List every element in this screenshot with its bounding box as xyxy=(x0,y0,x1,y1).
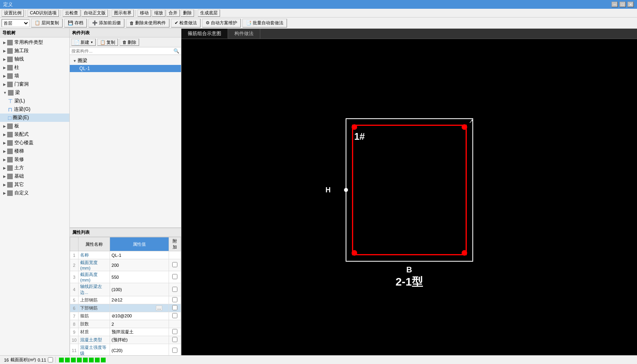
indicator-6 xyxy=(89,358,94,362)
custom-icon xyxy=(7,190,13,196)
delete-unused-button[interactable]: 🗑 删除未使用构件 xyxy=(126,19,169,27)
sidebar-item-hollow-floor[interactable]: ▶ 空心楼盖 xyxy=(0,139,69,147)
save-button[interactable]: 💾 存档 xyxy=(64,19,87,27)
sidebar-item-beam-l[interactable]: ⊤ 梁(L) xyxy=(0,97,69,105)
table-row[interactable]: 6下部钢筋… xyxy=(70,304,181,312)
sidebar-item-custom[interactable]: ▶ 自定义 xyxy=(0,189,69,197)
other-icon xyxy=(7,182,13,188)
sidebar-item-finish[interactable]: ▶ 装修 xyxy=(0,155,69,164)
beam-inner-border: ↗ xyxy=(352,125,467,255)
indicator-4 xyxy=(77,358,82,362)
minimize-button[interactable]: ─ xyxy=(611,2,618,7)
new-component-button[interactable]: 📄 新建 xyxy=(71,39,96,46)
indicator-8 xyxy=(101,358,106,362)
delete-component-button[interactable]: 🗑 删除 xyxy=(120,39,139,46)
component-list-title: 构件列表 xyxy=(70,29,181,37)
toolbar-btn-auto-text[interactable]: 自动正文版 xyxy=(81,10,108,17)
toolbar-btn-move[interactable]: 移动 xyxy=(138,10,151,17)
toolbar-btn-fig[interactable]: 图示有界 xyxy=(112,10,134,17)
table-row[interactable]: 5上部钢筋2⊘12 xyxy=(70,296,181,304)
auto-icon: ⚙ xyxy=(206,20,210,25)
corner-mark-tr: ↗ xyxy=(469,118,474,124)
sidebar-item-door-window[interactable]: ▶ 门窗洞 xyxy=(0,80,69,88)
sidebar-item-stair[interactable]: ▶ 楼梯 xyxy=(0,147,69,155)
sidebar-item-decoration[interactable]: ▶ 装配式 xyxy=(0,130,69,139)
table-row[interactable]: 4轴线距梁左边...(100) xyxy=(70,283,181,296)
sidebar-item-beam-g[interactable]: ⊓ 连梁(G) xyxy=(0,105,69,114)
sidebar-item-construction-stage[interactable]: ▶ 施工段 xyxy=(0,47,69,55)
tab-component-method[interactable]: 构件做法 xyxy=(228,29,260,39)
table-row[interactable]: 2截面宽度(mm)200 xyxy=(70,259,181,271)
inline-edit-button[interactable]: … xyxy=(156,305,162,311)
new-icon: 📄 xyxy=(74,40,80,45)
sidebar-item-axis[interactable]: ▶ 轴线 xyxy=(0,55,69,63)
expand-icon-2: ▶ xyxy=(3,49,6,53)
corner-dot-bl xyxy=(352,250,357,256)
auto-maintain-button[interactable]: ⚙ 自动方案维护 xyxy=(202,19,241,27)
table-row[interactable]: 11混凝土强度等级(C20) xyxy=(70,344,181,356)
beam-g-icon: ⊓ xyxy=(8,106,12,113)
toolbar-btn-0[interactable]: 设置比例 xyxy=(2,10,24,17)
title-bar: 定义 ─ □ ✕ xyxy=(0,0,637,9)
save-icon: 💾 xyxy=(68,20,73,25)
corner-dot-tl xyxy=(352,124,357,130)
batch-auto-button[interactable]: 📑 批量自动套做法 xyxy=(242,19,287,27)
table-row[interactable]: 3截面高度(mm)550 xyxy=(70,271,181,283)
sidebar-item-beam-e[interactable]: □ 圈梁(E) xyxy=(0,114,69,122)
tab-stirrup-diagram[interactable]: 箍筋组合示意图 xyxy=(181,29,228,39)
table-row[interactable]: 7箍筋⊘10@200 xyxy=(70,312,181,320)
bottom-label: B 2-1型 xyxy=(395,265,423,290)
toolbar-sep-1 xyxy=(26,10,26,16)
close-button[interactable]: ✕ xyxy=(627,2,634,7)
sidebar-item-beam[interactable]: ▼ 梁 xyxy=(0,88,69,97)
col-prop-value: 属性值 xyxy=(110,237,169,251)
sidebar-item-slab[interactable]: ▶ 板 xyxy=(0,122,69,130)
nav-tree-content: ▶ 常用构件类型 ▶ 施工段 ▶ 轴线 ▶ 柱 ▶ 墙 xyxy=(0,37,69,355)
h-dimension-label: H xyxy=(326,186,331,194)
beam-icon xyxy=(8,90,14,96)
floor-select[interactable]: 首层 xyxy=(2,19,29,27)
table-row[interactable]: 1名称QL-1 xyxy=(70,251,181,259)
toolbar-btn-merge[interactable]: 合并 xyxy=(166,10,180,17)
stirrup-label-1: 1# xyxy=(354,131,365,142)
toolbar-sep-5 xyxy=(196,10,196,16)
toolbar-btn-scale[interactable]: 缩放 xyxy=(152,10,165,17)
comp-tree: ▼ 圈梁 QL-1 xyxy=(70,55,181,227)
search-input[interactable] xyxy=(71,49,173,53)
sidebar-item-foundation[interactable]: ▶ 基础 xyxy=(0,172,69,180)
toolbar-btn-cad[interactable]: CAD识别选项 xyxy=(28,10,59,17)
comp-item-ql-1[interactable]: QL-1 xyxy=(70,65,181,72)
status-check[interactable] xyxy=(48,357,53,362)
properties-title: 属性列表 xyxy=(70,228,181,237)
batch-icon: 📑 xyxy=(246,20,252,25)
table-row[interactable]: 10混凝土类型(预拌砼) xyxy=(70,336,181,344)
sidebar-item-column[interactable]: ▶ 柱 xyxy=(0,63,69,72)
table-row[interactable]: 9材质预拌混凝土 xyxy=(70,328,181,336)
nav-tree-panel: 导航树 ▶ 常用构件类型 ▶ 施工段 ▶ 轴线 ▶ 柱 xyxy=(0,29,70,355)
layer-copy-button[interactable]: 📋 层间复制 xyxy=(31,19,63,27)
add-prefix-button[interactable]: ➕ 添加前后缀 xyxy=(88,19,124,27)
expand-icon-8: ▶ xyxy=(3,124,6,128)
toolbar-btn-generate[interactable]: 生成底层 xyxy=(198,10,220,17)
sidebar-item-wall[interactable]: ▶ 墙 xyxy=(0,72,69,80)
maximize-button[interactable]: □ xyxy=(619,2,626,7)
check-icon: ✔ xyxy=(175,20,178,25)
toolbar-btn-delete[interactable]: 删除 xyxy=(181,10,194,17)
construction-stage-icon xyxy=(7,48,13,54)
sidebar-item-common-types[interactable]: ▶ 常用构件类型 xyxy=(0,38,69,47)
toolbar-btn-cloud[interactable]: 云检查 xyxy=(63,10,81,17)
slab-icon xyxy=(7,123,13,129)
col-num xyxy=(70,237,79,251)
common-types-icon xyxy=(7,40,13,45)
expand-icon: ▶ xyxy=(3,41,6,45)
comp-group-ql[interactable]: ▼ 圈梁 xyxy=(70,57,181,65)
middle-panel: 构件列表 📄 新建 📋 复制 🗑 删除 🔍 xyxy=(70,29,181,355)
table-row[interactable]: 8肢数2 xyxy=(70,320,181,328)
sidebar-item-earthwork[interactable]: ▶ 土方 xyxy=(0,164,69,172)
status-bar: 16 截面面积(m²) 0.11 xyxy=(0,355,637,364)
toolbar-sep-3 xyxy=(110,10,110,16)
check-method-button[interactable]: ✔ 检查做法 xyxy=(171,19,201,27)
title-text: 定义 xyxy=(3,1,13,8)
sidebar-item-other[interactable]: ▶ 其它 xyxy=(0,180,69,189)
copy-component-button[interactable]: 📋 复制 xyxy=(97,39,118,46)
